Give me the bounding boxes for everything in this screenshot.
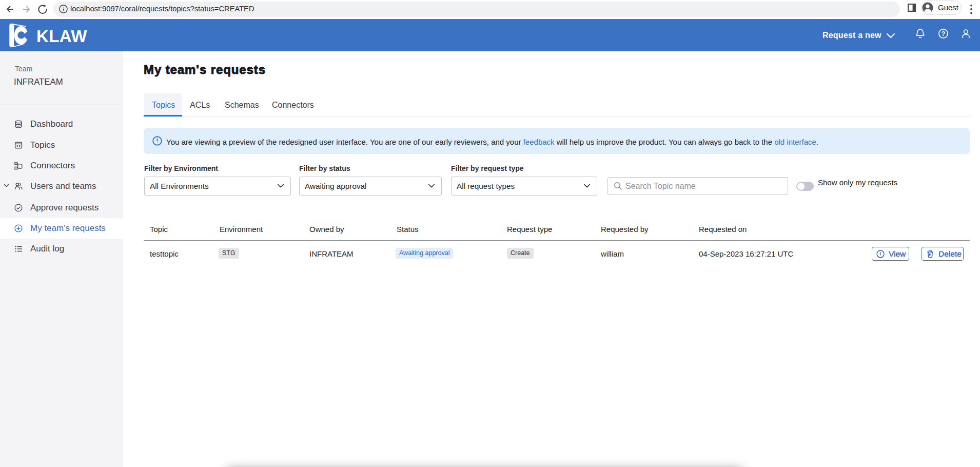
- svg-text:?: ?: [942, 30, 946, 37]
